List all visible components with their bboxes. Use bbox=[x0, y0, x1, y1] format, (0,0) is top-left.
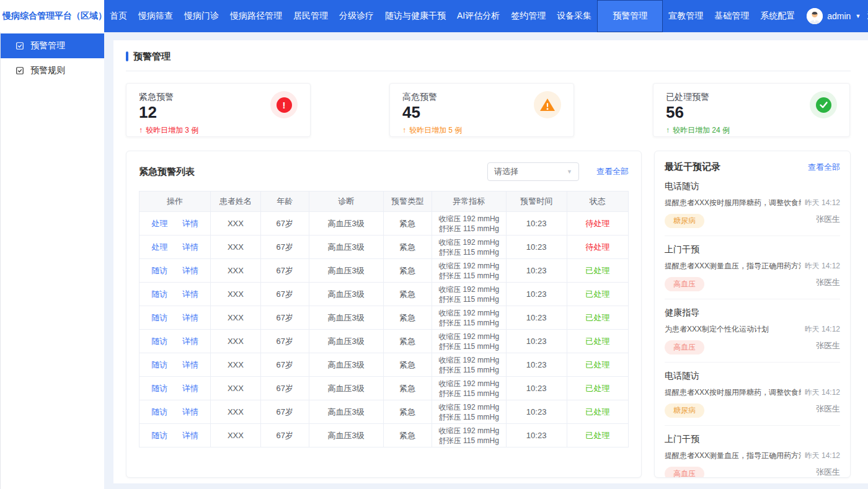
record-doctor-0: 张医生 bbox=[816, 214, 840, 225]
nav-tab-10[interactable]: 预警管理 bbox=[597, 0, 663, 32]
handle-link-7[interactable]: 随访 bbox=[151, 384, 167, 393]
record-type-1: 上门干预 bbox=[665, 244, 840, 255]
indicator-line2-7: 舒张压 115 mmHg bbox=[435, 389, 503, 399]
handle-link-0[interactable]: 处理 bbox=[151, 219, 167, 228]
patient-name-cell-2: XXX bbox=[211, 259, 260, 283]
status-cell-6: 已处理 bbox=[567, 353, 628, 377]
patient-name-cell-4: XXX bbox=[211, 306, 260, 330]
alert-time-cell-9: 10:23 bbox=[506, 424, 567, 447]
indicator-cell-7: 收缩压 192 mmHg 舒张压 115 mmHg bbox=[432, 377, 506, 400]
status-cell-5: 已处理 bbox=[567, 330, 628, 353]
indicator-line1-1: 收缩压 192 mmHg bbox=[435, 237, 503, 247]
patient-name-cell-6: XXX bbox=[211, 353, 260, 377]
status-text-1: 待处理 bbox=[585, 242, 609, 252]
sidebar-item-1[interactable]: 预警规则 bbox=[1, 58, 104, 83]
stats-row: 紧急预警 12 ↑ 较昨日增加 3 例 ! 高危预警 45 ↑ 较昨日增 bbox=[126, 83, 851, 137]
warning-triangle-icon bbox=[534, 91, 561, 118]
nav-tab-0[interactable]: 首页 bbox=[104, 0, 133, 32]
table-row-4: 随访 详情 XXX 67岁 高血压3级 紧急 收缩压 192 mmHg bbox=[140, 306, 629, 330]
page-title: 预警管理 bbox=[133, 51, 170, 63]
nav-tab-8[interactable]: 签约管理 bbox=[505, 0, 551, 32]
table-row-2: 随访 详情 XXX 67岁 高血压3级 紧急 收缩压 192 mmHg bbox=[140, 259, 629, 283]
indicator-line2-0: 舒张压 115 mmHg bbox=[435, 224, 503, 234]
record-time-3: 昨天 14:12 bbox=[805, 387, 840, 398]
detail-link-4[interactable]: 详情 bbox=[182, 313, 198, 322]
detail-link-0[interactable]: 详情 bbox=[182, 219, 198, 228]
nav-tab-2[interactable]: 慢病门诊 bbox=[179, 0, 224, 32]
age-cell-0: 67岁 bbox=[260, 212, 309, 236]
detail-link-5[interactable]: 详情 bbox=[182, 337, 198, 346]
indicator-line2-4: 舒张压 115 mmHg bbox=[435, 318, 503, 328]
detail-link-3[interactable]: 详情 bbox=[182, 289, 198, 299]
nav-tab-13[interactable]: 系统配置 bbox=[755, 0, 800, 32]
diagnosis-cell-7: 高血压3级 bbox=[309, 377, 383, 400]
sidebar-item-0[interactable]: 预警管理 bbox=[1, 33, 104, 58]
detail-link-6[interactable]: 详情 bbox=[182, 360, 198, 369]
user-avatar[interactable] bbox=[807, 8, 823, 24]
record-time-0: 昨天 14:12 bbox=[805, 198, 840, 208]
table-row-5: 随访 详情 XXX 67岁 高血压3级 紧急 收缩压 192 mmHg bbox=[140, 330, 629, 353]
nav-tab-1[interactable]: 慢病筛查 bbox=[133, 0, 179, 32]
detail-link-9[interactable]: 详情 bbox=[182, 431, 198, 440]
patient-name-cell-8: XXX bbox=[211, 400, 260, 424]
status-cell-9: 已处理 bbox=[567, 424, 628, 447]
records-view-all-link[interactable]: 查看全部 bbox=[808, 162, 840, 173]
user-name[interactable]: admin bbox=[827, 11, 851, 21]
diagnosis-cell-3: 高血压3级 bbox=[309, 283, 383, 306]
record-item-2: 健康指导 为患者XXX制定个性化运动计划 昨天 14:12 高血压 张医生 bbox=[665, 299, 840, 363]
column-header-3: 诊断 bbox=[309, 192, 383, 212]
nav-tab-5[interactable]: 分级诊疗 bbox=[334, 0, 379, 32]
handle-link-3[interactable]: 随访 bbox=[151, 289, 167, 299]
chevron-down-icon[interactable]: ▼ bbox=[855, 13, 861, 19]
handle-link-5[interactable]: 随访 bbox=[151, 337, 167, 346]
sidebar-item-label-0: 预警管理 bbox=[30, 40, 65, 51]
column-header-7: 状态 bbox=[567, 192, 628, 212]
status-text-8: 已处理 bbox=[585, 407, 609, 416]
record-type-3: 电话随访 bbox=[665, 371, 840, 382]
table-row-8: 随访 详情 XXX 67岁 高血压3级 紧急 收缩压 192 mmHg bbox=[140, 400, 629, 424]
handle-link-8[interactable]: 随访 bbox=[151, 407, 167, 416]
indicator-cell-5: 收缩压 192 mmHg 舒张压 115 mmHg bbox=[432, 330, 506, 353]
indicator-cell-9: 收缩压 192 mmHg 舒张压 115 mmHg bbox=[432, 424, 506, 447]
diagnosis-cell-9: 高血压3级 bbox=[309, 424, 383, 447]
age-cell-3: 67岁 bbox=[260, 283, 309, 306]
record-tag-4: 高血压 bbox=[665, 467, 704, 478]
stat-delta-text: 较昨日增加 5 例 bbox=[409, 125, 462, 136]
record-desc-4: 提醒患者XXX测量血压，指导正确用药方法 bbox=[665, 451, 801, 461]
handle-link-6[interactable]: 随访 bbox=[151, 360, 167, 369]
stat-delta-text: 较昨日增加 3 例 bbox=[146, 125, 198, 136]
records-list: 电话随访 提醒患者XXX按时服用降糖药，调整饮食结构 昨天 14:12 糖尿病 … bbox=[665, 173, 840, 478]
view-all-link[interactable]: 查看全部 bbox=[596, 166, 629, 177]
record-tag-0: 糖尿病 bbox=[665, 214, 704, 228]
record-desc-1: 提醒患者XXX测量血压，指导正确用药方法 bbox=[665, 261, 801, 271]
nav-tab-11[interactable]: 宣教管理 bbox=[663, 0, 709, 32]
nav-tab-7[interactable]: AI评估分析 bbox=[451, 0, 505, 32]
filter-select[interactable]: 请选择 ▼ bbox=[487, 162, 579, 181]
nav-tab-3[interactable]: 慢病路径管理 bbox=[224, 0, 288, 32]
indicator-line1-2: 收缩压 192 mmHg bbox=[435, 261, 503, 271]
edit-square-icon-0 bbox=[16, 42, 24, 50]
stat-card-highrisk: 高危预警 45 ↑ 较昨日增加 5 例 bbox=[389, 83, 574, 137]
alert-table-title: 紧急预警列表 bbox=[139, 166, 195, 178]
record-tag-1: 高血压 bbox=[665, 277, 704, 291]
handle-link-1[interactable]: 处理 bbox=[151, 242, 167, 252]
diagnosis-cell-1: 高血压3级 bbox=[309, 236, 383, 259]
diagnosis-cell-5: 高血压3级 bbox=[309, 330, 383, 353]
handle-link-9[interactable]: 随访 bbox=[151, 431, 167, 440]
nav-tab-6[interactable]: 随访与健康干预 bbox=[379, 0, 451, 32]
nav-tab-12[interactable]: 基础管理 bbox=[709, 0, 755, 32]
age-cell-4: 67岁 bbox=[260, 306, 309, 330]
detail-link-1[interactable]: 详情 bbox=[182, 242, 198, 252]
age-cell-1: 67岁 bbox=[260, 236, 309, 259]
nav-tab-9[interactable]: 设备采集 bbox=[551, 0, 597, 32]
detail-link-8[interactable]: 详情 bbox=[182, 407, 198, 416]
nav-tab-4[interactable]: 居民管理 bbox=[288, 0, 334, 32]
handle-link-4[interactable]: 随访 bbox=[151, 313, 167, 322]
indicator-line2-9: 舒张压 115 mmHg bbox=[435, 436, 503, 446]
handle-link-2[interactable]: 随访 bbox=[151, 266, 167, 275]
record-type-0: 电话随访 bbox=[665, 181, 840, 192]
check-circle-icon bbox=[810, 91, 837, 118]
detail-link-7[interactable]: 详情 bbox=[182, 384, 198, 393]
detail-link-2[interactable]: 详情 bbox=[182, 266, 198, 275]
top-nav: 慢病综合管理平台（区域） 首页 慢病筛查 慢病门诊 慢病路径管理 居民管理 分级… bbox=[0, 0, 868, 32]
